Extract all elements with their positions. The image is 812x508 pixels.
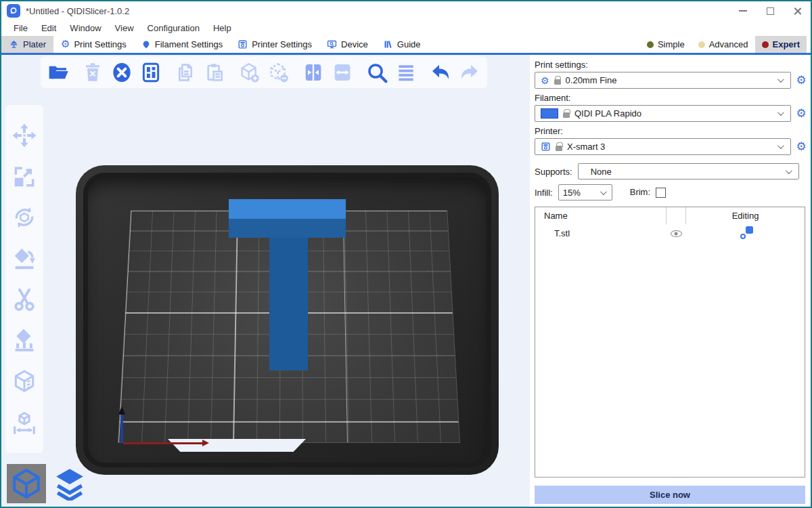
plater-icon: [9, 39, 19, 49]
menu-bar: File Edit Window View Configuration Help: [1, 20, 811, 36]
infill-value: 15%: [563, 188, 581, 198]
search-button[interactable]: [364, 59, 390, 86]
measure-button[interactable]: [10, 408, 39, 437]
split-to-parts-button[interactable]: [330, 59, 355, 86]
paste-button[interactable]: [202, 59, 227, 86]
toolbar-top: [41, 56, 487, 88]
settings-sidebar: Print settings: ⚙ 0.20mm Fine ⚙ Filament…: [530, 55, 811, 507]
minimize-icon: [739, 10, 747, 12]
filament-gear-button[interactable]: ⚙: [794, 106, 809, 121]
close-icon: [793, 7, 802, 16]
printer-combo[interactable]: X-smart 3: [535, 138, 791, 155]
chevron-down-icon: [777, 109, 784, 116]
object-list: Name Editing T.stl: [535, 207, 805, 478]
tab-bar: Plater ⚙ Print Settings Filament Setting…: [1, 36, 811, 55]
mode-advanced[interactable]: Advanced: [692, 36, 755, 53]
tab-label: Printer Settings: [252, 39, 312, 49]
object-name: T.stl: [535, 228, 666, 238]
infill-label: Infill:: [535, 188, 553, 198]
menu-window[interactable]: Window: [63, 23, 108, 33]
mode-label: Advanced: [709, 39, 748, 49]
tab-label: Print Settings: [74, 39, 126, 49]
open-folder-button[interactable]: [45, 59, 71, 86]
filament-label: Filament:: [535, 93, 809, 103]
maximize-icon: [767, 7, 774, 15]
filament-value: QIDI PLA Rapido: [574, 108, 641, 119]
tab-print-settings[interactable]: ⚙ Print Settings: [53, 36, 134, 53]
brim-label: Brim:: [630, 187, 650, 197]
menu-help[interactable]: Help: [206, 23, 238, 33]
menu-edit[interactable]: Edit: [35, 23, 63, 33]
brim-checkbox[interactable]: [656, 188, 666, 198]
variable-layer-height-button[interactable]: [393, 59, 419, 86]
column-editing: Editing: [686, 211, 805, 221]
x-axis-arrow: [123, 442, 203, 444]
lock-icon: [563, 112, 570, 118]
simple-dot-icon: [647, 41, 654, 48]
add-instance-button[interactable]: [236, 59, 262, 86]
eye-icon: [671, 230, 682, 237]
supports-value: None: [584, 167, 612, 177]
object-row[interactable]: T.stl: [535, 224, 805, 242]
3d-editor-view-button[interactable]: [7, 464, 46, 503]
mode-label: Expert: [773, 39, 800, 49]
chevron-down-icon: [600, 188, 607, 195]
seam-painting-button[interactable]: [10, 367, 39, 396]
tab-filament-settings[interactable]: Filament Settings: [134, 36, 230, 53]
print-settings-value: 0.20mm Fine: [566, 75, 617, 85]
rotate-button[interactable]: [10, 203, 39, 232]
title-bar: *Untitled - QIDISlicer-1.0.2: [1, 1, 811, 20]
gear-icon: ⚙: [61, 39, 70, 49]
print-settings-combo[interactable]: ⚙ 0.20mm Fine: [535, 72, 791, 89]
mode-expert[interactable]: Expert: [755, 36, 807, 53]
close-button[interactable]: [784, 1, 811, 20]
delete-button[interactable]: [80, 59, 106, 86]
filament-combo[interactable]: QIDI PLA Rapido: [535, 105, 791, 122]
paint-supports-button[interactable]: [10, 326, 39, 355]
delete-all-button[interactable]: [109, 59, 135, 86]
print-settings-gear-button[interactable]: ⚙: [794, 73, 809, 88]
printer-gear-button[interactable]: ⚙: [794, 140, 809, 154]
maximize-button[interactable]: [757, 1, 784, 20]
chevron-down-icon: [777, 76, 784, 83]
app-logo-icon: [7, 4, 20, 18]
place-on-face-button[interactable]: [10, 245, 39, 273]
window-title: *Untitled - QIDISlicer-1.0.2: [26, 6, 129, 16]
mode-simple[interactable]: Simple: [640, 36, 692, 53]
slice-now-button[interactable]: Slice now: [535, 486, 805, 504]
mode-switcher: Simple Advanced Expert: [640, 36, 811, 53]
viewport-3d[interactable]: [1, 55, 530, 507]
preview-layers-view-button[interactable]: [50, 464, 89, 503]
model-t-stl[interactable]: [229, 199, 346, 371]
split-to-objects-button[interactable]: [300, 59, 326, 86]
tab-label: Filament Settings: [155, 39, 223, 49]
scale-button[interactable]: [10, 163, 39, 191]
layers-icon: [53, 467, 87, 501]
column-name: Name: [535, 211, 666, 221]
undo-button[interactable]: [428, 59, 453, 86]
tab-device[interactable]: Device: [319, 36, 376, 53]
tab-printer-settings[interactable]: Printer Settings: [230, 36, 319, 53]
menu-configuration[interactable]: Configuration: [141, 23, 206, 33]
menu-view[interactable]: View: [108, 23, 141, 33]
redo-button[interactable]: [457, 59, 482, 86]
tab-guide[interactable]: Guide: [376, 36, 428, 53]
remove-instance-button[interactable]: [266, 59, 292, 86]
copy-button[interactable]: [173, 59, 198, 86]
bed-handle-notch: [168, 439, 306, 452]
supports-combo[interactable]: None: [578, 163, 799, 179]
move-button[interactable]: [10, 121, 39, 150]
object-list-header: Name Editing: [535, 207, 805, 224]
model-front-face: [229, 219, 346, 238]
cut-button[interactable]: [10, 285, 39, 314]
tab-plater[interactable]: Plater: [1, 36, 53, 53]
infill-combo[interactable]: 15%: [558, 184, 612, 200]
visibility-cell[interactable]: [666, 224, 686, 242]
arrange-button[interactable]: [138, 59, 164, 86]
printer-icon: [238, 39, 248, 49]
tab-label: Guide: [397, 39, 421, 49]
minimize-button[interactable]: [729, 1, 757, 20]
menu-file[interactable]: File: [7, 23, 35, 33]
model-top-face: [229, 199, 346, 219]
tab-label: Plater: [23, 39, 46, 49]
